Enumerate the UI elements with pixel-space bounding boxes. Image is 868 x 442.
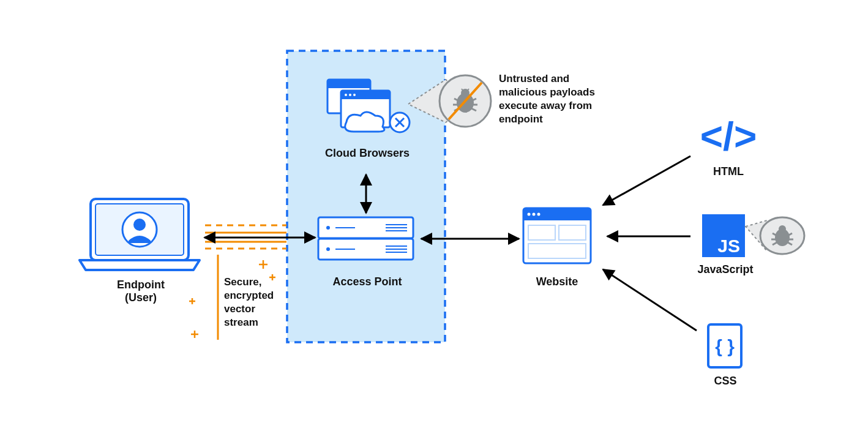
svg-point-24 [326,247,330,251]
js-bug-icon [746,217,804,254]
svg-text:{ }: { } [715,336,735,356]
diagram-stage: </> JS { } Endpoint (Use [0,0,868,442]
arrow-css-website [603,269,697,331]
html-label: HTML [701,165,756,178]
secure-stream-label: Secure, encrypted vector stream [224,275,291,329]
javascript-label: JavaScript [692,263,759,276]
svg-rect-30 [327,80,370,88]
access-point-label: Access Point [306,275,428,288]
access-point-icon [318,217,413,260]
svg-point-33 [345,94,347,96]
cloud-browsers-label: Cloud Browsers [306,147,428,160]
svg-point-54 [533,213,536,216]
website-label: Website [520,275,594,288]
svg-rect-32 [341,91,390,99]
website-icon [523,208,591,263]
endpoint-icon [80,199,200,270]
endpoint-label: Endpoint (User) [101,279,181,304]
javascript-icon: JS [702,214,745,257]
css-icon: { } [708,324,741,367]
css-label: CSS [704,375,747,388]
svg-point-19 [326,226,330,230]
js-logo-text: JS [717,236,740,256]
svg-point-3 [133,219,146,231]
html-icon: </> [700,114,757,159]
svg-text:</>: </> [700,114,757,159]
svg-point-35 [353,94,356,96]
svg-point-55 [537,213,541,216]
payload-annotation: Untrusted and malicious payloads execute… [499,72,621,126]
svg-point-63 [779,225,786,233]
svg-point-34 [349,94,351,96]
arrow-html-website [603,156,690,205]
svg-point-53 [528,213,531,216]
